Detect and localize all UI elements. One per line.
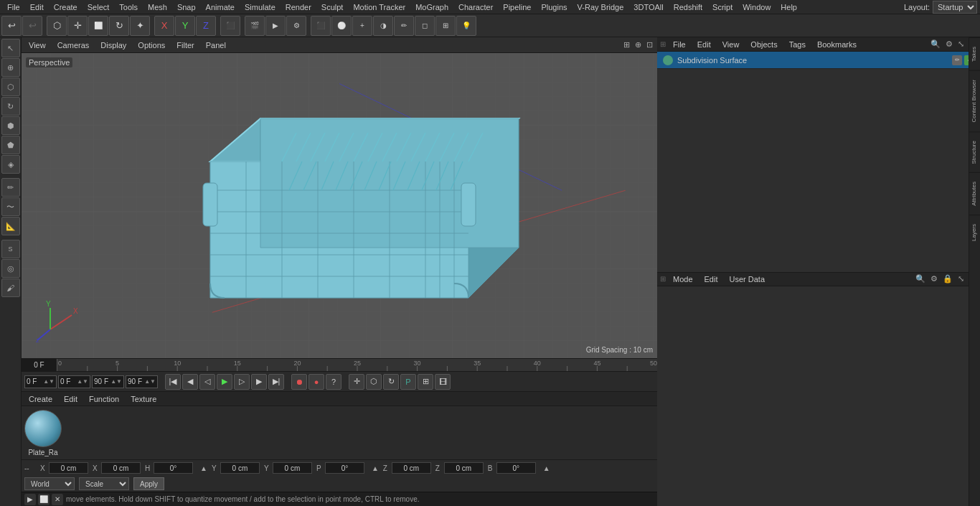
menu-select[interactable]: Select (83, 1, 114, 13)
menu-plugins[interactable]: Plugins (537, 1, 571, 13)
vp-menu-options[interactable]: Options (133, 39, 169, 51)
attr-settings-icon[interactable]: ⚙ (929, 273, 939, 284)
obj-settings-icon[interactable]: ⚙ (944, 39, 954, 50)
vp-menu-cameras[interactable]: Cameras (53, 39, 94, 51)
render-view-button[interactable]: 🎬 (245, 16, 265, 36)
key-help-button[interactable]: ? (326, 374, 341, 390)
menu-file[interactable]: File (3, 1, 24, 13)
next-frame-button[interactable]: ▶ (251, 374, 267, 390)
tool-s-circle[interactable]: S (1, 240, 20, 258)
tool-brush[interactable]: 🖌 (1, 278, 20, 297)
menu-3dtoall[interactable]: 3DTOAll (629, 1, 667, 13)
goto-start-button[interactable]: |◀ (165, 374, 181, 390)
tab-attributes[interactable]: Attributes (969, 172, 980, 215)
tool-magnet[interactable]: ◎ (1, 259, 20, 278)
menu-tools[interactable]: Tools (115, 1, 142, 13)
vp-menu-view[interactable]: View (24, 39, 50, 51)
move-tool-button[interactable]: ✛ (67, 16, 88, 36)
world-dropdown[interactable]: World (24, 477, 75, 490)
status-icon-x[interactable]: ✕ (52, 494, 63, 505)
prev-key-button[interactable]: ◁ (199, 374, 215, 390)
menu-sculpt[interactable]: Sculpt (317, 1, 348, 13)
undo-button[interactable]: ↩ (1, 16, 22, 36)
menu-mesh[interactable]: Mesh (143, 1, 171, 13)
tab-takes[interactable]: Takes (969, 37, 980, 70)
tool-point[interactable]: ◈ (1, 155, 20, 174)
snap-grid-button[interactable]: ⊞ (435, 16, 456, 36)
snap-blend-button[interactable]: ◑ (373, 16, 393, 36)
scale-tool-button[interactable]: ⬜ (88, 16, 108, 36)
menu-motion-tracker[interactable]: Motion Tracker (349, 1, 410, 13)
coord-p-val[interactable] (325, 462, 364, 474)
vp-menu-panel[interactable]: Panel (202, 39, 230, 51)
menu-help[interactable]: Help (776, 1, 801, 13)
attr-menu-userdata[interactable]: User Data (725, 274, 770, 284)
free-transform-button[interactable]: ✦ (130, 16, 150, 36)
snap-add-button[interactable]: + (352, 16, 372, 36)
tab-content-browser[interactable]: Content Browser (969, 70, 980, 131)
attr-menu-edit[interactable]: Edit (700, 274, 722, 284)
motion-button[interactable]: ✛ (349, 374, 364, 390)
menu-pipeline[interactable]: Pipeline (499, 1, 535, 13)
obj-menu-bookmarks[interactable]: Bookmarks (813, 39, 861, 50)
timeline-track[interactable]: 0 5 10 15 20 25 30 35 40 45 50 (57, 359, 657, 372)
viewport-canvas[interactable]: Perspective Grid Spacing : 10 cm X Y Z (22, 53, 657, 358)
frame-end2-field[interactable]: 90 F ▲▼ (126, 375, 158, 388)
vp-menu-display[interactable]: Display (96, 39, 131, 51)
mat-menu-texture[interactable]: Texture (126, 394, 161, 404)
coord-z-pos[interactable] (392, 462, 431, 474)
object-row-subdivision[interactable]: Subdivision Surface ✏ ✓ (657, 52, 980, 69)
z-axis-button[interactable]: Z (196, 16, 216, 36)
menu-snap[interactable]: Snap (173, 1, 200, 13)
menu-window[interactable]: Window (738, 1, 775, 13)
apply-button[interactable]: Apply (133, 477, 164, 490)
tool-spline[interactable]: 〜 (1, 197, 20, 216)
attr-menu-mode[interactable]: Mode (669, 274, 697, 284)
y-axis-button[interactable]: Y (175, 16, 195, 36)
vp-menu-filter[interactable]: Filter (172, 39, 198, 51)
attr-expand-icon[interactable]: ⤡ (956, 273, 966, 284)
frame-start-field[interactable]: 0 F ▲▼ (24, 375, 57, 388)
layout-dropdown[interactable]: Startup (933, 1, 977, 14)
x-axis-button[interactable]: X (154, 16, 174, 36)
render-anim-button[interactable]: ▶ (265, 16, 286, 36)
menu-render[interactable]: Render (281, 1, 316, 13)
tab-structure[interactable]: Structure (969, 131, 980, 172)
motion-film-button[interactable]: 🎞 (435, 374, 451, 390)
menu-character[interactable]: Character (454, 1, 497, 13)
snap-light-button[interactable]: 💡 (456, 16, 476, 36)
tool-target[interactable]: ⊕ (1, 58, 20, 77)
menu-vray[interactable]: V-Ray Bridge (573, 1, 628, 13)
tool-edge[interactable]: ⬟ (1, 136, 20, 154)
next-key-button[interactable]: ▷ (234, 374, 250, 390)
motion-key-button[interactable]: ⬡ (366, 374, 382, 390)
coord-h-val[interactable] (154, 462, 193, 474)
vp-icon-3[interactable]: ⊡ (645, 39, 654, 50)
mat-menu-edit[interactable]: Edit (60, 394, 82, 404)
snap-cube-button[interactable]: ⬛ (311, 16, 331, 36)
select-tool-button[interactable]: ⬡ (47, 16, 67, 36)
obj-menu-file[interactable]: File (669, 39, 690, 50)
menu-edit[interactable]: Edit (26, 1, 48, 13)
object-mode-button[interactable]: ⬛ (220, 16, 240, 36)
play-forward-button[interactable]: ▶ (217, 374, 232, 390)
obj-menu-view[interactable]: View (718, 39, 744, 50)
motion-grid-button[interactable]: ⊞ (418, 374, 433, 390)
status-icon-play[interactable]: ▶ (24, 494, 36, 505)
coord-x-pos[interactable] (49, 462, 88, 474)
attr-lock-icon[interactable]: 🔒 (941, 273, 954, 284)
frame-end-field[interactable]: 90 F ▲▼ (92, 375, 124, 388)
coord-b-val[interactable] (496, 462, 536, 474)
tool-box[interactable]: ⬡ (1, 78, 20, 96)
snap-sphere-button[interactable]: ⚪ (331, 16, 352, 36)
menu-mograph[interactable]: MoGraph (411, 1, 453, 13)
vp-icon-2[interactable]: ⊕ (633, 39, 643, 50)
coord-x2-pos[interactable] (101, 462, 141, 474)
record-button[interactable]: ⏺ (291, 374, 307, 390)
motion-p-button[interactable]: P (400, 374, 416, 390)
obj-icon-edit[interactable]: ✏ (952, 55, 962, 65)
tool-rotate[interactable]: ↻ (1, 97, 20, 116)
frame-current-field[interactable]: 0 F ▲▼ (58, 375, 90, 388)
tool-arrow[interactable]: ↖ (1, 39, 20, 57)
render-settings-button[interactable]: ⚙ (286, 16, 306, 36)
